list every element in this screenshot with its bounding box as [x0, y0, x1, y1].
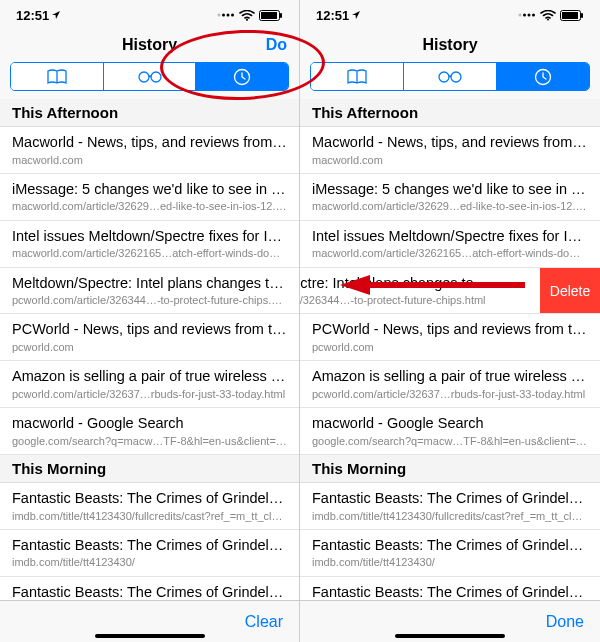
item-title: Fantastic Beasts: The Crimes of Grindelw… [312, 536, 588, 556]
history-row[interactable]: PCWorld - News, tips and reviews from th… [0, 314, 299, 361]
item-url: macworld.com [12, 153, 287, 167]
history-row[interactable]: Amazon is selling a pair of true wireles… [300, 361, 600, 408]
status-right [518, 10, 584, 21]
history-row-swiped[interactable]: wn/Spectre: Intel plans changes to… om/a… [300, 268, 600, 315]
history-row[interactable]: Intel issues Meltdown/Spectre fixes for … [0, 221, 299, 268]
item-url: pcworld.com/article/326344…-to-protect-f… [12, 293, 287, 307]
nav-title: History [122, 36, 177, 54]
done-button[interactable]: Do [266, 36, 287, 54]
svg-point-20 [451, 72, 461, 82]
history-row[interactable]: PCWorld - News, tips and reviews from th… [300, 314, 600, 361]
tab-history[interactable] [196, 63, 288, 90]
svg-point-9 [151, 72, 161, 82]
history-row[interactable]: Fantastic Beasts: The Crimes of Grindelw… [300, 483, 600, 530]
clock-icon [233, 68, 251, 86]
item-url: imdb.com/title/tt4123430/fullcredits/cas… [312, 509, 588, 523]
svg-rect-18 [581, 13, 583, 18]
section-header-afternoon: This Afternoon [300, 99, 600, 127]
history-row[interactable]: Fantastic Beasts: The Crimes of Grindelw… [0, 530, 299, 577]
item-title: Intel issues Meltdown/Spectre fixes for … [12, 227, 287, 247]
clear-button[interactable]: Clear [245, 613, 283, 631]
history-row[interactable]: Fantastic Beasts: The Crimes of Grindelw… [300, 577, 600, 600]
history-row[interactable]: Intel issues Meltdown/Spectre fixes for … [300, 221, 600, 268]
section-header-morning: This Morning [300, 455, 600, 483]
status-bar: 12:51 [0, 0, 299, 28]
history-row[interactable]: Macworld - News, tips, and reviews from … [300, 127, 600, 174]
svg-point-0 [218, 14, 221, 17]
history-row[interactable]: Fantastic Beasts: The Crimes of Grindelw… [300, 530, 600, 577]
location-icon [51, 10, 61, 20]
status-time: 12:51 [316, 8, 349, 23]
status-bar: 12:51 [300, 0, 600, 28]
svg-point-13 [528, 14, 531, 17]
segmented-control [10, 62, 289, 91]
item-title: iMessage: 5 changes we'd like to see in … [12, 180, 287, 200]
item-url: om/article/326344…-to-protect-future-chi… [300, 293, 528, 307]
cell-signal-icon [217, 10, 235, 20]
item-url: imdb.com/title/tt4123430/ [312, 555, 588, 569]
history-row[interactable]: Fantastic Beasts: The Crimes of Grindelw… [0, 577, 299, 600]
item-url: pcworld.com [12, 340, 287, 354]
item-title: Macworld - News, tips, and reviews from … [312, 133, 588, 153]
svg-point-14 [532, 14, 535, 17]
item-title: iMessage: 5 changes we'd like to see in … [312, 180, 588, 200]
item-url: google.com/search?q=macw…TF-8&hl=en-us&c… [312, 434, 588, 448]
nav-header: History [300, 28, 600, 62]
delete-button[interactable]: Delete [540, 268, 600, 314]
item-title: macworld - Google Search [12, 414, 287, 434]
history-row[interactable]: macworld - Google Search google.com/sear… [300, 408, 600, 455]
book-icon [46, 69, 68, 85]
item-title: PCWorld - News, tips and reviews from th… [12, 320, 287, 340]
item-title: Intel issues Meltdown/Spectre fixes for … [312, 227, 588, 247]
svg-point-8 [139, 72, 149, 82]
history-row[interactable]: macworld - Google Search google.com/sear… [0, 408, 299, 455]
svg-rect-6 [261, 12, 277, 19]
home-indicator[interactable] [395, 634, 505, 638]
history-row[interactable]: Amazon is selling a pair of true wireles… [0, 361, 299, 408]
item-url: pcworld.com [312, 340, 588, 354]
svg-rect-17 [562, 12, 578, 19]
history-row[interactable]: Meltdown/Spectre: Intel plans changes to… [0, 268, 299, 315]
tab-bookmarks[interactable] [11, 63, 104, 90]
history-row[interactable]: Fantastic Beasts: The Crimes of Grindelw… [0, 483, 299, 530]
svg-point-12 [523, 14, 526, 17]
item-title: Amazon is selling a pair of true wireles… [312, 367, 588, 387]
item-title: Fantastic Beasts: The Crimes of Grindelw… [312, 583, 588, 600]
nav-title: History [422, 36, 477, 54]
battery-icon [259, 10, 283, 21]
tab-history[interactable] [497, 63, 589, 90]
nav-header: History Do [0, 28, 299, 62]
item-title: macworld - Google Search [312, 414, 588, 434]
item-url: pcworld.com/article/32637…rbuds-for-just… [12, 387, 287, 401]
item-url: macworld.com/article/3262165…atch-effort… [312, 246, 588, 260]
history-list[interactable]: This Afternoon Macworld - News, tips, an… [0, 99, 299, 600]
svg-point-1 [222, 14, 225, 17]
item-title: Fantastic Beasts: The Crimes of Grindelw… [12, 583, 287, 600]
item-url: macworld.com [312, 153, 588, 167]
tab-bookmarks[interactable] [311, 63, 404, 90]
status-time: 12:51 [16, 8, 49, 23]
item-url: google.com/search?q=macw…TF-8&hl=en-us&c… [12, 434, 287, 448]
item-title: Amazon is selling a pair of true wireles… [12, 367, 287, 387]
svg-point-2 [227, 14, 230, 17]
segmented-control [310, 62, 590, 91]
phone-left: 12:51 History Do [0, 0, 300, 642]
svg-point-11 [519, 14, 522, 17]
history-row[interactable]: iMessage: 5 changes we'd like to see in … [300, 174, 600, 221]
location-icon [351, 10, 361, 20]
svg-point-15 [547, 18, 549, 20]
history-row[interactable]: iMessage: 5 changes we'd like to see in … [0, 174, 299, 221]
wifi-icon [239, 10, 255, 21]
item-title: Fantastic Beasts: The Crimes of Grindelw… [12, 489, 287, 509]
status-right [217, 10, 283, 21]
done-button[interactable]: Done [546, 613, 584, 631]
tab-reading-list[interactable] [404, 63, 497, 90]
phone-right: 12:51 History [300, 0, 600, 642]
home-indicator[interactable] [95, 634, 205, 638]
svg-point-4 [246, 18, 248, 20]
history-list[interactable]: This Afternoon Macworld - News, tips, an… [300, 99, 600, 600]
item-url: macworld.com/article/3262165…atch-effort… [12, 246, 287, 260]
history-row[interactable]: Macworld - News, tips, and reviews from … [0, 127, 299, 174]
tab-reading-list[interactable] [104, 63, 197, 90]
section-header-morning: This Morning [0, 455, 299, 483]
